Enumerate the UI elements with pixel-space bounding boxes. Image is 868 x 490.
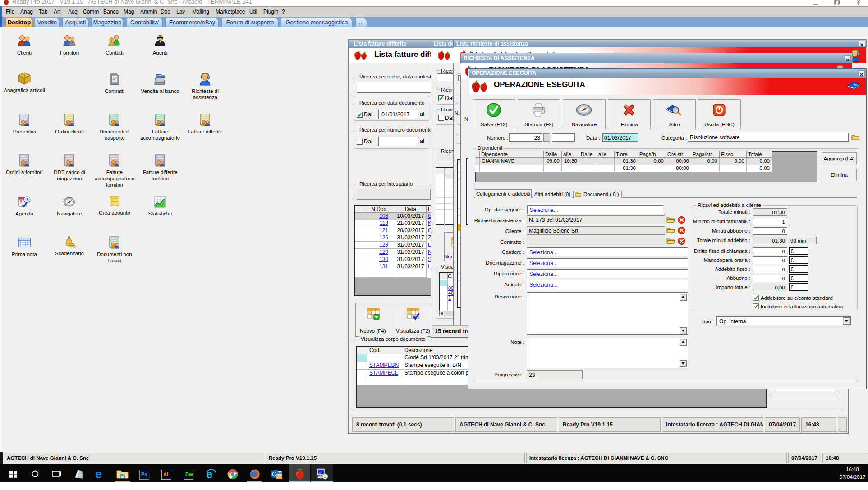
svg-text:e: e [95, 469, 102, 480]
svg-text:e: e [206, 469, 212, 480]
